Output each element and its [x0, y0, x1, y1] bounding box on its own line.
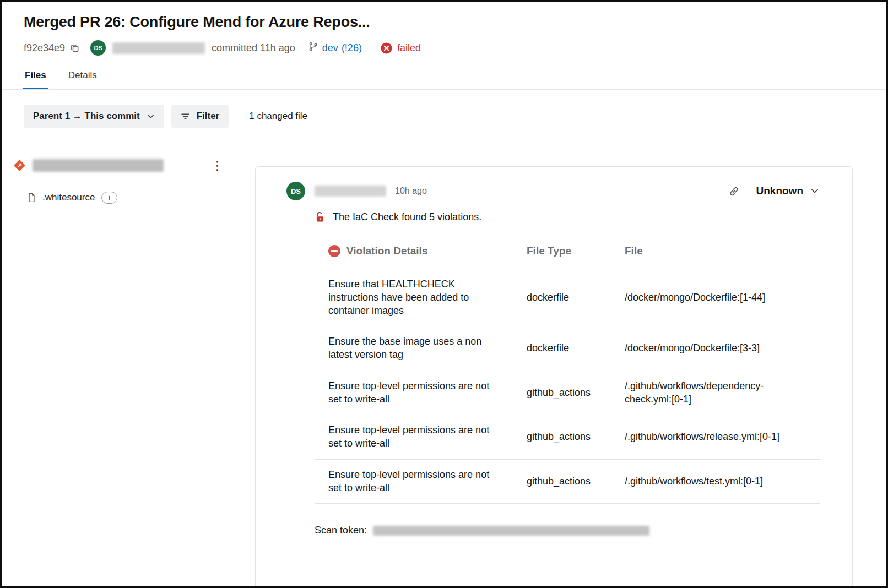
violation-detail: Ensure top-level permissions are not set… — [315, 371, 513, 415]
tab-details[interactable]: Details — [67, 70, 98, 89]
page-header: Merged PR 26: Configure Mend for Azure R… — [2, 2, 886, 89]
violation-file-type: github_actions — [513, 459, 611, 504]
build-status: failed — [381, 42, 421, 54]
filter-button[interactable]: Filter — [171, 105, 229, 128]
changed-files-count: 1 changed file — [249, 111, 307, 122]
table-row: Ensure top-level permissions are not set… — [315, 459, 820, 504]
commit-page: Merged PR 26: Configure Mend for Azure R… — [0, 0, 888, 588]
table-header-row: Violation Details File Type File — [315, 233, 820, 269]
more-options-button[interactable]: ⋮ — [208, 159, 226, 172]
link-icon — [728, 186, 740, 197]
tab-files[interactable]: Files — [24, 70, 47, 89]
file-added-badge: + — [101, 192, 117, 204]
commit-hash: f92e34e9 — [24, 42, 65, 54]
tree-node-repo[interactable]: ⋮ — [2, 154, 242, 176]
violation-detail: Ensure that HEALTHCHECK instructions hav… — [315, 269, 513, 326]
filter-label: Filter — [197, 111, 220, 122]
column-header-file-type: File Type — [513, 233, 611, 269]
violation-file-type: dockerfile — [513, 269, 611, 326]
diff-toolbar: Parent 1 → This commit Filter 1 changed … — [2, 90, 886, 143]
commit-meta-row: f92e34e9 DS committed 11h ago dev (! — [24, 40, 864, 56]
violation-file-type: github_actions — [513, 415, 611, 460]
violation-detail: Ensure top-level permissions are not set… — [315, 459, 513, 504]
unlocked-lock-icon — [315, 211, 326, 223]
scan-token-row: Scan token: — [315, 525, 820, 536]
branch-icon — [308, 42, 318, 54]
table-row: Ensure top-level permissions are not set… — [315, 415, 820, 460]
comment-status-value: Unknown — [756, 185, 804, 197]
avatar: DS — [90, 40, 106, 56]
table-row: Ensure that HEALTHCHECK instructions hav… — [315, 269, 820, 326]
comment-message-row: The IaC Check found 5 violations. — [315, 211, 820, 223]
violation-file-type: dockerfile — [513, 326, 611, 371]
violation-file: /.github/workflows/test.yml:[0-1] — [611, 459, 820, 504]
column-header-file: File — [611, 233, 820, 269]
comment-timestamp: 10h ago — [395, 186, 427, 196]
file-icon — [27, 193, 36, 203]
copy-hash-button[interactable] — [70, 43, 79, 53]
tab-bar: Files Details — [24, 70, 864, 89]
diff-selector-label: Parent 1 → This commit — [33, 111, 140, 122]
file-tree: ⋮ .whitesource + — [2, 143, 242, 586]
diff-selector-button[interactable]: Parent 1 → This commit — [24, 105, 164, 128]
redacted-scan-token — [373, 526, 649, 536]
pr-link[interactable]: (!26) — [342, 42, 362, 54]
content-area: ⋮ .whitesource + DS 10h ago — [2, 143, 886, 586]
table-row: Ensure the base image uses a non latest … — [315, 326, 820, 371]
violation-detail: Ensure top-level permissions are not set… — [315, 415, 513, 460]
comment-message: The IaC Check found 5 violations. — [333, 211, 481, 223]
chevron-down-icon — [810, 187, 819, 195]
file-name: .whitesource — [42, 192, 95, 203]
comment-status-dropdown[interactable]: Unknown — [755, 183, 821, 199]
page-title: Merged PR 26: Configure Mend for Azure R… — [24, 14, 864, 31]
table-row: Ensure top-level permissions are not set… — [315, 371, 820, 415]
violation-detail: Ensure the base image uses a non latest … — [315, 326, 513, 371]
violation-file: /docker/mongo/Dockerfile:[1-44] — [611, 269, 820, 326]
violation-file: /.github/workflows/release.yml:[0-1] — [611, 415, 820, 460]
failed-status-link[interactable]: failed — [397, 42, 421, 54]
comment-header: DS 10h ago Unknown — [286, 182, 820, 200]
repo-change-icon — [14, 159, 25, 171]
no-entry-icon — [328, 245, 340, 257]
chevron-down-icon — [147, 112, 155, 121]
avatar: DS — [286, 182, 305, 200]
tree-node-file[interactable]: .whitesource + — [2, 188, 242, 207]
copy-comment-link-button[interactable] — [728, 186, 740, 197]
column-header-violation: Violation Details — [315, 233, 513, 269]
violations-table: Violation Details File Type File Ensure … — [315, 233, 820, 504]
scan-token-label: Scan token: — [315, 525, 367, 536]
redacted-author-name — [112, 42, 205, 54]
comment-card: DS 10h ago Unknown — [255, 166, 853, 586]
violation-file: /docker/mongo/Dockerfile:[3-3] — [611, 326, 820, 371]
filter-icon — [181, 112, 190, 121]
violation-file: /.github/workflows/dependency-check.yml:… — [611, 371, 820, 415]
violation-file-type: github_actions — [513, 371, 611, 415]
branch-link[interactable]: dev — [322, 42, 338, 54]
diff-main: DS 10h ago Unknown — [242, 143, 886, 586]
committed-time: committed 11h ago — [212, 42, 295, 54]
redacted-repo-name — [33, 159, 164, 172]
copy-icon — [70, 43, 79, 53]
redacted-comment-author — [315, 186, 386, 197]
comment-body: The IaC Check found 5 violations. Violat… — [315, 211, 820, 536]
failed-status-icon — [381, 42, 392, 54]
